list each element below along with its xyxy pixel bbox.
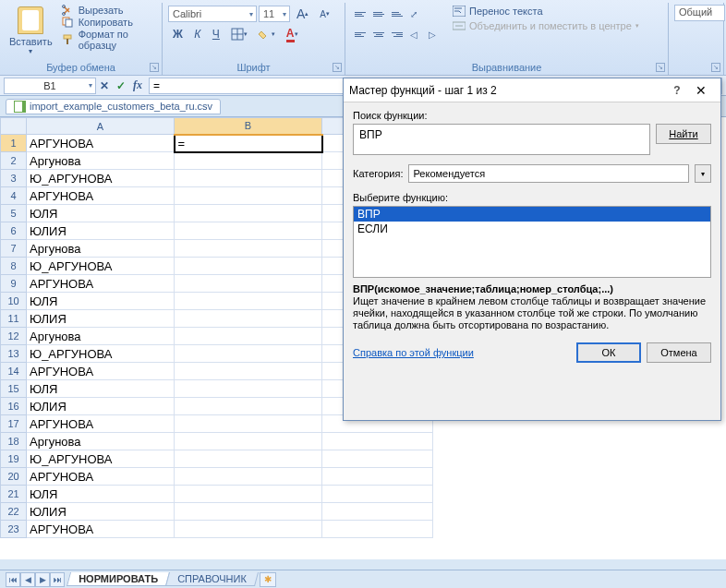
- cell[interactable]: [175, 152, 322, 170]
- cell[interactable]: [175, 503, 322, 521]
- enter-formula-button[interactable]: ✓: [113, 79, 129, 92]
- cell[interactable]: [175, 521, 322, 538]
- category-select[interactable]: Рекомендуется: [408, 164, 689, 183]
- row-header[interactable]: 7: [1, 240, 27, 258]
- row-header[interactable]: 13: [1, 345, 27, 363]
- function-listbox[interactable]: ВПР ЕСЛИ: [353, 206, 711, 278]
- cell[interactable]: [175, 468, 322, 486]
- cell[interactable]: Аргунова: [27, 433, 175, 450]
- fill-color-button[interactable]: ▾: [254, 25, 280, 43]
- close-icon[interactable]: ✕: [687, 83, 715, 98]
- cancel-button[interactable]: Отмена: [647, 342, 711, 363]
- font-color-button[interactable]: A ▾: [282, 25, 303, 43]
- cell[interactable]: ЮЛЯ: [27, 205, 175, 222]
- cancel-formula-button[interactable]: ✕: [96, 79, 113, 92]
- cell[interactable]: ЮЛЯ: [27, 486, 175, 503]
- group-launcher-icon[interactable]: ↘: [656, 63, 665, 72]
- ok-button[interactable]: ОК: [576, 342, 641, 363]
- cell[interactable]: ЮЛИЯ: [27, 222, 175, 240]
- row-header[interactable]: 22: [1, 503, 27, 521]
- active-cell[interactable]: =: [175, 135, 322, 152]
- cell[interactable]: [175, 345, 322, 363]
- cell[interactable]: [175, 187, 322, 205]
- row-header[interactable]: 16: [1, 398, 27, 415]
- column-header-a[interactable]: A: [27, 118, 175, 135]
- paste-button[interactable]: Вставить ▾: [6, 5, 56, 57]
- last-sheet-button[interactable]: ⏭: [50, 572, 65, 587]
- cell[interactable]: АРГУНОВА: [27, 468, 175, 486]
- bold-button[interactable]: Ж: [168, 25, 188, 43]
- row-header[interactable]: 18: [1, 433, 27, 450]
- row-header[interactable]: 23: [1, 521, 27, 538]
- cell[interactable]: Ю_АРГУНОВА: [27, 345, 175, 363]
- workbook-tab[interactable]: import_example_customers_beta_ru.csv: [6, 99, 221, 114]
- cell[interactable]: ЮЛИЯ: [27, 503, 175, 521]
- underline-button[interactable]: Ч: [208, 25, 224, 43]
- group-launcher-icon[interactable]: ↘: [333, 63, 342, 72]
- align-middle-button[interactable]: [369, 5, 388, 23]
- name-box[interactable]: B1: [4, 78, 96, 94]
- cell[interactable]: Ю_АРГУНОВА: [27, 258, 175, 275]
- cell[interactable]: ЮЛИЯ: [27, 310, 175, 328]
- chevron-down-icon[interactable]: ▾: [695, 164, 711, 183]
- number-format-combo[interactable]: Общий: [674, 5, 725, 21]
- cell[interactable]: [175, 240, 322, 258]
- copy-button[interactable]: Копировать: [60, 17, 156, 28]
- cell[interactable]: [322, 521, 433, 538]
- cell[interactable]: [175, 398, 322, 415]
- cell[interactable]: [322, 450, 433, 468]
- align-top-button[interactable]: [351, 5, 369, 23]
- row-header[interactable]: 1: [1, 135, 27, 152]
- row-header[interactable]: 12: [1, 328, 27, 345]
- cell[interactable]: [175, 275, 322, 293]
- italic-button[interactable]: К: [189, 25, 206, 43]
- find-button[interactable]: Найти: [656, 124, 711, 144]
- align-center-button[interactable]: [369, 25, 388, 43]
- cut-button[interactable]: Вырезать: [60, 5, 156, 16]
- dialog-titlebar[interactable]: Мастер функций - шаг 1 из 2 ? ✕: [344, 78, 720, 102]
- cell[interactable]: [175, 363, 322, 380]
- group-launcher-icon[interactable]: ↘: [711, 63, 720, 72]
- cell[interactable]: [175, 486, 322, 503]
- cell[interactable]: АРГУНОВА: [27, 363, 175, 380]
- cell[interactable]: [175, 258, 322, 275]
- row-header[interactable]: 9: [1, 275, 27, 293]
- font-name-combo[interactable]: Calibri: [168, 6, 257, 22]
- cell[interactable]: АРГУНОВА: [27, 521, 175, 538]
- align-bottom-button[interactable]: [388, 5, 406, 23]
- prev-sheet-button[interactable]: ◀: [20, 572, 35, 587]
- new-sheet-button[interactable]: ✱: [260, 572, 276, 587]
- row-header[interactable]: 3: [1, 170, 27, 187]
- row-header[interactable]: 14: [1, 363, 27, 380]
- cell[interactable]: [175, 293, 322, 310]
- shrink-font-button[interactable]: A▾: [315, 5, 334, 23]
- group-launcher-icon[interactable]: ↘: [150, 63, 159, 72]
- cell[interactable]: ЮЛЯ: [27, 380, 175, 398]
- row-header[interactable]: 19: [1, 450, 27, 468]
- cell[interactable]: Аргунова: [27, 328, 175, 345]
- row-header[interactable]: 20: [1, 468, 27, 486]
- cell[interactable]: [175, 205, 322, 222]
- cell[interactable]: АРГУНОВА: [27, 415, 175, 433]
- align-right-button[interactable]: [388, 25, 406, 43]
- borders-button[interactable]: ▾: [226, 25, 252, 43]
- row-header[interactable]: 6: [1, 222, 27, 240]
- row-header[interactable]: 2: [1, 152, 27, 170]
- cell[interactable]: ЮЛЯ: [27, 293, 175, 310]
- increase-indent-button[interactable]: ▷: [425, 25, 443, 43]
- cell[interactable]: Ю_АРГУНОВА: [27, 170, 175, 187]
- row-header[interactable]: 8: [1, 258, 27, 275]
- cell[interactable]: Аргунова: [27, 152, 175, 170]
- grow-font-button[interactable]: A▴: [292, 5, 313, 23]
- next-sheet-button[interactable]: ▶: [35, 572, 50, 587]
- row-header[interactable]: 21: [1, 486, 27, 503]
- cell[interactable]: [322, 486, 433, 503]
- cell[interactable]: [175, 380, 322, 398]
- cell[interactable]: АРГУНОВА: [27, 135, 175, 152]
- insert-function-button[interactable]: fx: [129, 78, 146, 92]
- function-search-input[interactable]: ВПР: [353, 124, 650, 155]
- decrease-indent-button[interactable]: ◁: [406, 25, 425, 43]
- cell[interactable]: [322, 503, 433, 521]
- row-header[interactable]: 5: [1, 205, 27, 222]
- list-item[interactable]: ВПР: [354, 207, 710, 222]
